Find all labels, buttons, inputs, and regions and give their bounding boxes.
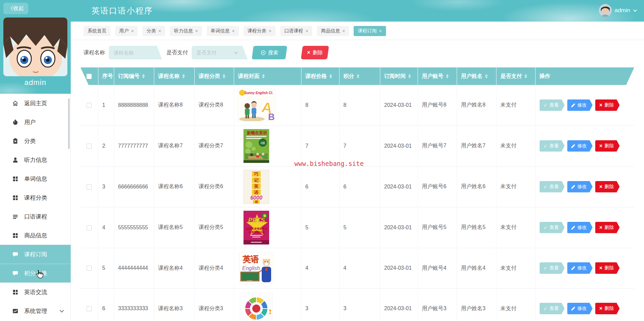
svg-text:English: English: [242, 265, 260, 271]
tab-products[interactable]: 商品信息 ×: [317, 26, 349, 36]
sidebar-item-products[interactable]: 商品信息: [0, 226, 71, 245]
sort-icon[interactable]: [182, 74, 185, 78]
close-icon[interactable]: ×: [131, 28, 134, 34]
close-icon[interactable]: ×: [195, 28, 198, 34]
view-button[interactable]: ✓查看: [540, 303, 565, 314]
sidebar-item-course-subscriptions[interactable]: 课程订阅: [0, 245, 71, 264]
sidebar-item-listening[interactable]: 听力信息: [0, 150, 71, 169]
user-icon: [12, 119, 19, 125]
svg-text:6000: 6000: [250, 195, 262, 201]
tab-categories[interactable]: 分类 ×: [142, 26, 165, 36]
sidebar-item-words[interactable]: 单词信息: [0, 169, 71, 188]
view-button[interactable]: ✓查看: [540, 140, 565, 152]
close-icon[interactable]: ×: [232, 28, 235, 34]
sort-icon[interactable]: [329, 74, 332, 78]
edit-button[interactable]: 修改: [567, 262, 592, 274]
user-dropdown[interactable]: admin: [599, 4, 636, 17]
header-time: 订阅时间: [380, 67, 418, 85]
view-button[interactable]: ✓查看: [540, 222, 565, 233]
sidebar-item-points-exchange[interactable]: 积分兑换: [0, 264, 71, 283]
svg-text:Sunny English Cl.: Sunny English Cl.: [244, 91, 273, 95]
tab-course-categories[interactable]: 课程分类 ×: [244, 26, 276, 36]
cell-course-name: 课程名称8: [154, 85, 194, 125]
pay-status-select[interactable]: 是否支付: [192, 46, 248, 59]
edit-button[interactable]: 修改: [567, 303, 592, 314]
bulk-delete-button[interactable]: × 删除: [302, 46, 328, 59]
svg-text:英: 英: [254, 184, 258, 189]
edit-button[interactable]: 修改: [567, 99, 592, 111]
row-checkbox[interactable]: [87, 306, 92, 311]
view-button[interactable]: ✓查看: [540, 99, 565, 111]
close-icon[interactable]: ×: [158, 28, 161, 34]
x-icon: ×: [599, 102, 602, 108]
sidebar-item-speaking-courses[interactable]: 口语课程: [0, 207, 71, 226]
tab-speaking-courses[interactable]: 口语课程 ×: [280, 26, 312, 36]
tab-system-home[interactable]: 系统首页: [84, 26, 110, 36]
sidebar-item-label: 听力信息: [24, 156, 47, 164]
sidebar-item-english-exchange[interactable]: 英语交流: [0, 283, 71, 301]
close-icon[interactable]: ×: [305, 28, 308, 34]
course-name-label: 课程名称: [84, 49, 105, 56]
sidebar-item-users[interactable]: 用户: [0, 113, 71, 132]
sidebar-item-home[interactable]: 返回主页: [0, 94, 71, 113]
close-icon[interactable]: ×: [342, 28, 345, 34]
list-icon: [12, 213, 19, 220]
close-icon[interactable]: ×: [379, 28, 382, 34]
sort-icon[interactable]: [446, 74, 449, 78]
row-checkbox[interactable]: [87, 225, 92, 230]
tab-users[interactable]: 用户 ×: [115, 26, 138, 36]
cell-course-category: 课程分类3: [194, 288, 234, 321]
view-button[interactable]: ✓查看: [540, 262, 565, 274]
cell-price: 4: [301, 248, 339, 288]
row-checkbox[interactable]: [87, 184, 92, 189]
close-icon[interactable]: ×: [269, 28, 271, 34]
edit-button[interactable]: 修改: [567, 181, 592, 193]
cell-no: 5: [98, 248, 114, 288]
sidebar-item-label: 课程订阅: [24, 251, 47, 258]
delete-button[interactable]: ×删除: [595, 99, 619, 111]
grid-icon: [12, 176, 19, 182]
edit-button[interactable]: 修改: [567, 140, 592, 152]
delete-button[interactable]: ×删除: [595, 181, 619, 193]
cell-course-name: 课程名称6: [154, 166, 194, 207]
collapse-sidebar-button[interactable]: 《收起: [3, 3, 28, 14]
view-button[interactable]: ✓查看: [540, 181, 565, 193]
table-row: 5 4444444444 课程名称4 课程分类4 英语 English: [80, 248, 634, 288]
pencil-icon: [571, 185, 575, 189]
tab-course-subscriptions[interactable]: 课程订阅 ×: [354, 26, 386, 36]
sort-icon[interactable]: [142, 74, 145, 78]
sort-icon[interactable]: [357, 74, 359, 78]
delete-button[interactable]: ×删除: [595, 222, 619, 233]
sort-icon[interactable]: [223, 74, 225, 78]
new-concept-english-cover-image: 新概念英语 2级: [244, 129, 269, 163]
tab-label: 系统首页: [88, 28, 106, 34]
tab-words[interactable]: 单词信息 ×: [207, 26, 239, 36]
sidebar-item-label: 商品信息: [24, 232, 47, 239]
row-checkbox[interactable]: [87, 266, 92, 271]
english-6000-words-cover-image: 巧 记 英 语 6000 词: [244, 170, 269, 204]
sort-icon[interactable]: [524, 74, 527, 78]
search-button[interactable]: 搜索: [253, 46, 286, 59]
tab-label: 商品信息: [321, 28, 340, 34]
cell-username: 用户姓名8: [457, 85, 496, 125]
sidebar-item-system-management[interactable]: 系统管理: [0, 301, 71, 320]
row-checkbox[interactable]: [87, 144, 92, 149]
sidebar-username: admin: [0, 78, 71, 87]
delete-button[interactable]: ×删除: [595, 140, 619, 152]
sidebar-scrollbar[interactable]: [68, 98, 70, 149]
course-name-input[interactable]: [109, 46, 162, 59]
main-content: 系统首页 用户 × 分类 × 听力信息 × 单词信息 × 课程分类 × 口语课程…: [71, 22, 644, 321]
delete-button[interactable]: ×删除: [595, 262, 619, 274]
edit-button[interactable]: 修改: [567, 222, 592, 233]
cell-price: 6: [301, 166, 339, 207]
tab-listening[interactable]: 听力信息 ×: [170, 26, 202, 36]
sort-icon[interactable]: [262, 74, 265, 78]
row-checkbox[interactable]: [87, 103, 92, 108]
sort-icon[interactable]: [485, 74, 488, 78]
tab-bar: 系统首页 用户 × 分类 × 听力信息 × 单词信息 × 课程分类 × 口语课程…: [84, 26, 386, 36]
sidebar-item-categories[interactable]: 分类: [0, 132, 71, 150]
cell-price: 3: [301, 288, 339, 321]
delete-button[interactable]: ×删除: [595, 303, 619, 314]
sidebar-item-course-categories[interactable]: 课程分类: [0, 188, 71, 207]
sort-icon[interactable]: [408, 74, 411, 78]
